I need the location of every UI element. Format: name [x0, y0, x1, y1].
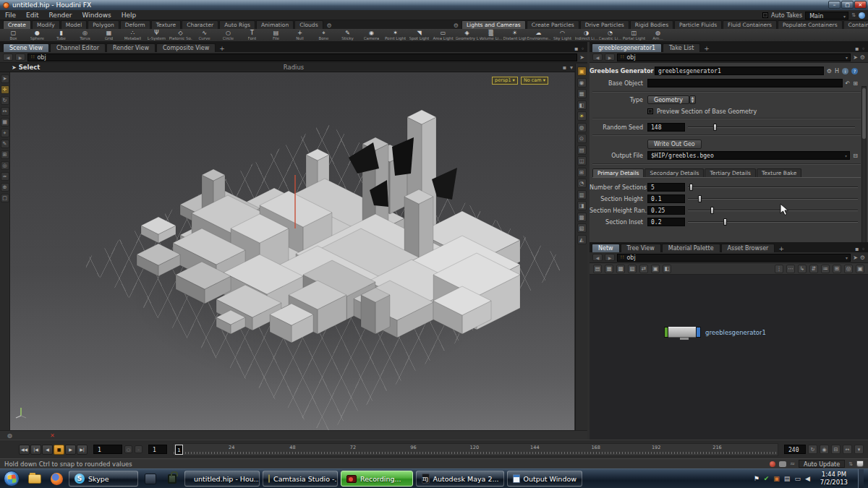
camtasia-taskbar-button[interactable]: Camtasia Studio -...: [263, 471, 338, 487]
node-body[interactable]: [668, 327, 696, 338]
transport-button[interactable]: ■: [54, 445, 64, 455]
playbar-settings-icon[interactable]: ◉: [820, 445, 829, 454]
shelf-tool-button[interactable]: ▤ File: [264, 29, 288, 42]
start-button[interactable]: [4, 471, 20, 487]
current-frame-marker[interactable]: 1: [175, 445, 183, 455]
taskbar-clock[interactable]: 1:44 PM 7/2/2013: [814, 471, 854, 486]
detail-tab[interactable]: Primary Details: [592, 168, 644, 177]
path-pin-icon[interactable]: ➤: [579, 54, 584, 61]
shelf-tool-button[interactable]: ◔ Caustic Li...: [598, 29, 622, 42]
network-tool-icon[interactable]: ▤: [593, 265, 602, 273]
tray-app-icon[interactable]: ▣: [773, 475, 780, 482]
shelf-tool-button[interactable]: + Null: [288, 29, 312, 42]
network-layout-icon[interactable]: ↳: [798, 265, 807, 273]
shelf-tool-button[interactable]: ◍ Am...: [646, 29, 670, 42]
playbar-settings-icon[interactable]: ⊟: [831, 445, 841, 454]
shelf-tool-button[interactable]: ▮ Tube: [49, 29, 73, 42]
shelf-tool-button[interactable]: ▦ Grid: [97, 29, 121, 42]
network-tray-icon[interactable]: ▭: [794, 475, 801, 482]
param-value-field[interactable]: 0.2: [647, 218, 685, 226]
viewport-tool-icon[interactable]: ➤: [1, 74, 9, 83]
shelf-tab[interactable]: Container Tools: [843, 20, 868, 29]
playbar-option-icon[interactable]: ○: [124, 445, 132, 453]
viewport-display-icon[interactable]: ◭: [577, 235, 587, 244]
shelf-tool-button[interactable]: ☁ Environme...: [527, 29, 550, 42]
shelf-tab[interactable]: Deform: [120, 20, 150, 29]
shelf-tool-button[interactable]: ◫ Portal Light: [622, 29, 646, 42]
playbar-settings-icon[interactable]: ↔: [843, 445, 852, 454]
antivirus-check-icon[interactable]: ✔: [764, 475, 770, 482]
frame-start-field[interactable]: 1: [93, 445, 122, 454]
camera-badge[interactable]: No cam ▾: [521, 77, 548, 85]
pane-maximize-icon[interactable]: ▪: [855, 46, 859, 52]
params-path-field[interactable]: ∷ obj ▾: [617, 53, 851, 61]
network-tool-icon[interactable]: ⇄: [639, 265, 648, 273]
viewport-display-icon[interactable]: ⊞: [577, 168, 587, 177]
shelf-tool-button[interactable]: ∴ Metaball: [121, 29, 145, 42]
viewport-display-icon[interactable]: ◨: [577, 201, 587, 210]
shelf-tab[interactable]: Rigid Bodies: [630, 20, 673, 29]
reselect-icon[interactable]: ↶: [846, 80, 851, 87]
playbar-settings-icon[interactable]: ▾: [854, 445, 864, 454]
shelf-tab[interactable]: Clouds: [294, 20, 323, 29]
shelf-tool-button[interactable]: ○ Circle: [216, 29, 240, 42]
viewport-tool-icon[interactable]: ◎: [1, 161, 9, 170]
network-path-field[interactable]: ∷ obj ▾: [617, 254, 851, 262]
viewport-display-icon[interactable]: ◉: [577, 78, 587, 87]
shelf-tab[interactable]: Animation: [256, 20, 294, 29]
pane-tab[interactable]: Asset Browser: [721, 244, 775, 252]
path-gear-icon[interactable]: ⚙: [860, 254, 865, 261]
scrollbar[interactable]: [861, 86, 867, 242]
pc-tool-icon[interactable]: [142, 471, 159, 487]
viewport-3d[interactable]: persp1 ▾No cam ▾: [10, 72, 574, 430]
viewport-display-icon[interactable]: ▧: [577, 223, 587, 233]
file-chooser-icon[interactable]: ⊟: [853, 153, 858, 159]
param-slider[interactable]: [688, 183, 858, 192]
viewport-display-icon[interactable]: ▩: [577, 213, 587, 222]
shelf-tab[interactable]: Drive Particles: [580, 20, 629, 29]
houdini-taskbar-button[interactable]: untitled.hip - Hou...: [184, 471, 260, 487]
transport-button[interactable]: ▶: [65, 445, 76, 455]
viewport-display-icon[interactable]: ▣: [577, 67, 587, 76]
shelf-tool-button[interactable]: ▭ Area Light: [431, 29, 455, 42]
volume-tray-icon[interactable]: ◀: [805, 475, 810, 482]
network-canvas[interactable]: greeblesgenerator1: [590, 275, 868, 440]
network-layout-icon[interactable]: ⋯: [786, 265, 795, 273]
network-layout-icon[interactable]: ≔: [821, 265, 830, 273]
new-pane-tab-button[interactable]: +: [701, 45, 712, 52]
viewport-tool-icon[interactable]: ≈: [1, 172, 9, 181]
minimize-button[interactable]: –: [828, 1, 841, 9]
take-stepper[interactable]: ⇅: [851, 12, 856, 18]
shelf-gear-icon[interactable]: ⚙: [451, 22, 461, 29]
node-output-connector[interactable]: [680, 338, 689, 340]
info-icon[interactable]: i: [842, 68, 848, 74]
clear-keyframe-icon[interactable]: ✕: [50, 432, 55, 439]
network-tool-icon[interactable]: ◧: [663, 265, 671, 273]
slider-handle[interactable]: [713, 124, 717, 131]
network-tool-icon[interactable]: ▩: [616, 265, 625, 273]
viewport-tool-icon[interactable]: ↔: [1, 107, 9, 116]
network-layout-icon[interactable]: ⋮: [775, 265, 783, 273]
back-arrow-icon[interactable]: ◀: [592, 53, 603, 61]
slider-handle[interactable]: [698, 195, 702, 202]
param-slider[interactable]: [688, 218, 858, 226]
network-layout-icon[interactable]: ▣: [856, 265, 864, 273]
pane-tab[interactable]: Render View: [106, 43, 156, 52]
frame-aux-field[interactable]: 1: [148, 445, 167, 454]
transport-button[interactable]: ◀◀: [19, 445, 30, 455]
viewport-tool-icon[interactable]: ⌖: [1, 129, 9, 137]
clipboard-tray-icon[interactable]: ▤: [784, 475, 791, 482]
frame-end-field[interactable]: 240: [784, 445, 806, 454]
shelf-tool-button[interactable]: ☀ Distant Light: [503, 29, 527, 42]
maximize-button[interactable]: ▢: [841, 1, 854, 9]
shelf-tab[interactable]: Particle Fluids: [674, 20, 722, 29]
network-tool-icon[interactable]: ▣: [651, 265, 660, 273]
globe-icon[interactable]: ◍: [7, 432, 12, 439]
new-pane-tab-button[interactable]: +: [775, 245, 787, 252]
viewport-display-icon[interactable]: ◍: [577, 123, 587, 132]
shelf-tool-button[interactable]: ◉ Camera: [359, 29, 383, 42]
hotkey-icon[interactable]: H: [835, 68, 839, 74]
viewport-tool-icon[interactable]: ⊕: [1, 183, 9, 192]
viewport-display-icon[interactable]: ☀: [577, 111, 587, 121]
param-value-field[interactable]: 5: [647, 183, 685, 192]
